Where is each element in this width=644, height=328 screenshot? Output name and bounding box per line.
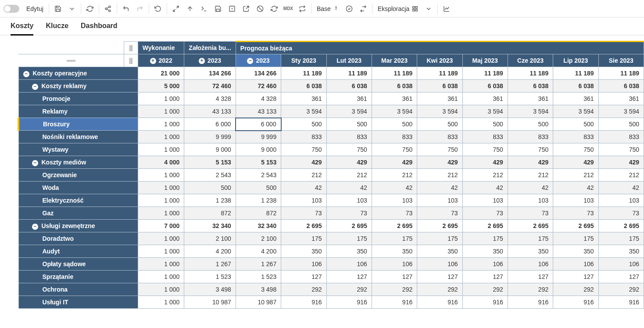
data-cell[interactable]: 750 xyxy=(553,143,598,156)
data-cell[interactable]: 750 xyxy=(508,143,553,156)
data-cell[interactable]: 73 xyxy=(508,207,553,220)
data-cell[interactable]: 350 xyxy=(598,245,644,258)
save-icon[interactable] xyxy=(51,2,65,16)
tab-dashboard[interactable]: Dashboard xyxy=(81,22,118,36)
export-icon[interactable] xyxy=(239,2,253,16)
data-cell[interactable]: 350 xyxy=(553,245,598,258)
data-cell[interactable]: 429 xyxy=(417,156,462,169)
collapse-icon[interactable]: − xyxy=(247,58,253,64)
column-header[interactable]: +2022 xyxy=(138,54,184,67)
data-cell[interactable]: 212 xyxy=(462,169,508,182)
data-cell[interactable]: 429 xyxy=(326,156,372,169)
column-header[interactable]: Lip 2023 xyxy=(553,54,598,67)
data-cell[interactable]: 11 189 xyxy=(462,67,508,80)
pause-handle[interactable]: || xyxy=(124,42,138,54)
data-cell[interactable]: 4 000 xyxy=(138,156,184,169)
data-cell[interactable]: 833 xyxy=(372,131,417,143)
edit-toggle[interactable] xyxy=(4,5,19,13)
data-cell[interactable]: 3 594 xyxy=(326,105,372,118)
data-cell[interactable]: 3 594 xyxy=(417,105,462,118)
data-cell[interactable]: 1 000 xyxy=(138,93,184,105)
data-cell[interactable]: 11 189 xyxy=(553,67,598,80)
row-header[interactable]: Doradztwo xyxy=(18,232,138,245)
data-cell[interactable]: 1 000 xyxy=(138,118,184,131)
data-cell[interactable]: 42 xyxy=(598,182,644,194)
row-header[interactable]: −Usługi zewnętrzne xyxy=(18,220,138,232)
data-cell[interactable]: 212 xyxy=(598,169,644,182)
data-cell[interactable]: 106 xyxy=(326,258,372,271)
data-cell[interactable]: 106 xyxy=(598,258,644,271)
data-cell[interactable]: 1 238 xyxy=(236,194,281,207)
data-cell[interactable]: 750 xyxy=(281,143,326,156)
data-cell[interactable]: 103 xyxy=(508,194,553,207)
share-icon[interactable] xyxy=(101,2,115,16)
data-cell[interactable]: 833 xyxy=(553,131,598,143)
data-cell[interactable]: 73 xyxy=(462,207,508,220)
data-cell[interactable]: 6 000 xyxy=(184,118,236,131)
data-cell[interactable]: 9 000 xyxy=(236,143,281,156)
data-cell[interactable]: 361 xyxy=(462,93,508,105)
data-cell[interactable]: 103 xyxy=(553,194,598,207)
data-cell[interactable]: 750 xyxy=(462,143,508,156)
data-cell[interactable]: 833 xyxy=(508,131,553,143)
data-cell[interactable]: 6 038 xyxy=(598,80,644,93)
disable-icon[interactable] xyxy=(253,2,267,16)
data-cell[interactable]: 916 xyxy=(326,296,372,309)
data-cell[interactable]: 1 000 xyxy=(138,207,184,220)
data-cell[interactable]: 350 xyxy=(417,245,462,258)
data-cell[interactable]: 833 xyxy=(598,131,644,143)
data-cell[interactable]: 175 xyxy=(508,232,553,245)
data-cell[interactable]: 42 xyxy=(462,182,508,194)
data-cell[interactable]: 292 xyxy=(326,283,372,296)
check-icon[interactable] xyxy=(342,2,356,16)
data-cell[interactable]: 32 340 xyxy=(236,220,281,232)
data-cell[interactable]: 1 000 xyxy=(138,283,184,296)
column-header[interactable]: Mar 2023 xyxy=(372,54,417,67)
data-cell[interactable]: 134 266 xyxy=(184,67,236,80)
data-cell[interactable]: 212 xyxy=(553,169,598,182)
row-header[interactable]: Usługi IT xyxy=(18,296,138,309)
data-cell[interactable]: 1 000 xyxy=(138,258,184,271)
data-cell[interactable]: 43 133 xyxy=(184,105,236,118)
data-cell[interactable]: 106 xyxy=(281,258,326,271)
data-cell[interactable]: 212 xyxy=(281,169,326,182)
data-cell[interactable]: 175 xyxy=(598,232,644,245)
data-cell[interactable]: 292 xyxy=(508,283,553,296)
data-cell[interactable]: 2 695 xyxy=(326,220,372,232)
data-cell[interactable]: 429 xyxy=(372,156,417,169)
data-cell[interactable]: 916 xyxy=(281,296,326,309)
data-cell[interactable]: 292 xyxy=(553,283,598,296)
data-cell[interactable]: 500 xyxy=(417,118,462,131)
data-cell[interactable]: 21 000 xyxy=(138,67,184,80)
data-cell[interactable]: 3 498 xyxy=(184,283,236,296)
column-header[interactable]: Kwi 2023 xyxy=(417,54,462,67)
data-cell[interactable]: 72 460 xyxy=(184,80,236,93)
data-cell[interactable]: 361 xyxy=(508,93,553,105)
column-header[interactable]: Lut 2023 xyxy=(326,54,372,67)
data-cell[interactable]: 500 xyxy=(236,182,281,194)
collapse-icon[interactable]: − xyxy=(32,84,38,90)
data-cell[interactable]: 1 267 xyxy=(184,258,236,271)
data-cell[interactable]: 872 xyxy=(236,207,281,220)
data-cell[interactable]: 361 xyxy=(281,93,326,105)
data-cell[interactable]: 1 523 xyxy=(236,271,281,283)
data-cell[interactable]: 9 999 xyxy=(184,131,236,143)
data-cell[interactable]: 11 189 xyxy=(326,67,372,80)
data-cell[interactable]: 1 000 xyxy=(138,245,184,258)
data-cell[interactable]: 127 xyxy=(372,271,417,283)
data-cell[interactable]: 4 200 xyxy=(184,245,236,258)
data-cell[interactable]: 3 594 xyxy=(372,105,417,118)
data-cell[interactable]: 212 xyxy=(417,169,462,182)
row-header[interactable]: Ogrzewanie xyxy=(18,169,138,182)
data-cell[interactable]: 292 xyxy=(281,283,326,296)
data-cell[interactable]: 9 000 xyxy=(184,143,236,156)
data-cell[interactable]: 2 695 xyxy=(372,220,417,232)
column-header[interactable]: Maj 2023 xyxy=(462,54,508,67)
data-cell[interactable]: 361 xyxy=(417,93,462,105)
data-cell[interactable]: 72 460 xyxy=(236,80,281,93)
data-cell[interactable]: 500 xyxy=(326,118,372,131)
data-cell[interactable]: 350 xyxy=(372,245,417,258)
column-header[interactable]: Sie 2023 xyxy=(598,54,644,67)
data-cell[interactable]: 11 189 xyxy=(508,67,553,80)
data-cell[interactable]: 750 xyxy=(372,143,417,156)
